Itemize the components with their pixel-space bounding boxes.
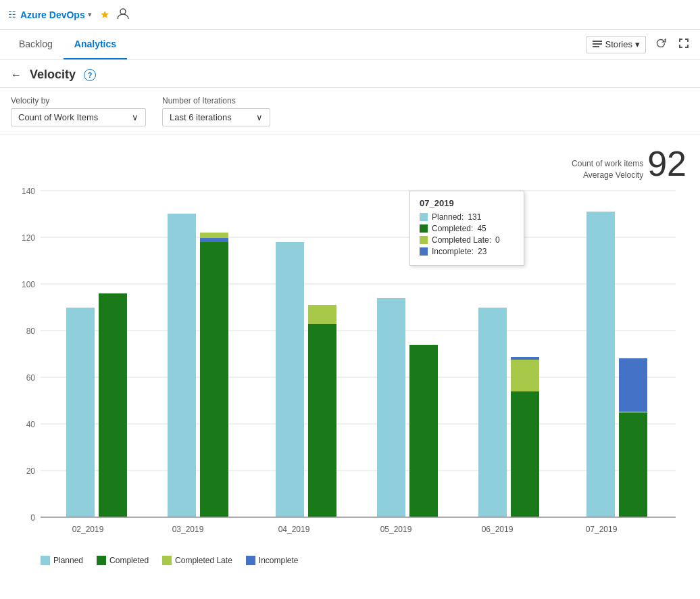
- svg-text:40: 40: [26, 420, 36, 429]
- svg-point-0: [120, 9, 126, 14]
- tooltip-incomplete-swatch: [420, 247, 428, 256]
- svg-text:100: 100: [22, 280, 35, 289]
- tab-list: Backlog Analytics: [8, 30, 127, 59]
- page-title: Velocity: [30, 68, 76, 82]
- bar-completed-late-06_2019[interactable]: [511, 359, 539, 391]
- fullscreen-icon: [678, 38, 689, 49]
- velocity-by-select[interactable]: Count of Work Items ∨: [11, 108, 146, 126]
- top-bar: ☷ Azure DevOps ▾ ★: [0, 0, 700, 30]
- svg-text:06_2019: 06_2019: [482, 525, 514, 534]
- bar-completed-03_2019[interactable]: [200, 239, 228, 517]
- tooltip-planned-val: 131: [468, 212, 481, 222]
- fullscreen-button[interactable]: [676, 35, 692, 54]
- velocity-by-label: Velocity by: [11, 96, 146, 105]
- bar-completed-04_2019[interactable]: [308, 324, 336, 517]
- legend-planned-swatch: [41, 556, 50, 565]
- tab-backlog[interactable]: Backlog: [8, 30, 64, 59]
- svg-text:140: 140: [22, 187, 35, 196]
- tooltip-incomplete-row: Incomplete: 23: [420, 247, 514, 256]
- bar-completed-05_2019[interactable]: [409, 345, 438, 517]
- tab-analytics[interactable]: Analytics: [64, 30, 127, 59]
- grid-icon: ☷: [8, 9, 16, 20]
- avg-velocity-value: 92: [647, 146, 686, 181]
- bar-group-03_2019[interactable]: 03_2019: [168, 214, 228, 534]
- filters-row: Velocity by Count of Work Items ∨ Number…: [0, 88, 700, 135]
- bar-completed-02_2019[interactable]: [99, 293, 127, 517]
- svg-text:02_2019: 02_2019: [72, 525, 104, 534]
- iterations-label: Number of Iterations: [162, 96, 270, 105]
- chart-tooltip: 07_2019 Planned: 131 Completed: 45 Compl…: [409, 191, 524, 266]
- svg-text:120: 120: [22, 233, 35, 243]
- bar-planned-07_2019[interactable]: [586, 212, 615, 517]
- refresh-button[interactable]: [653, 35, 669, 54]
- stories-icon: [592, 39, 603, 50]
- bar-planned-02_2019[interactable]: [66, 308, 95, 517]
- bar-planned-06_2019[interactable]: [478, 308, 507, 517]
- bar-incomplete-07_2019[interactable]: [619, 358, 647, 412]
- bar-group-07_2019[interactable]: 07_2019: [586, 212, 647, 534]
- stories-button[interactable]: Stories ▾: [586, 36, 646, 53]
- tabs-right: Stories ▾: [586, 35, 692, 54]
- tooltip-completed-row: Completed: 45: [420, 224, 514, 233]
- bar-completed-06_2019[interactable]: [511, 391, 539, 517]
- tooltip-completed-late-label: Completed Late:: [432, 235, 491, 245]
- bar-completed-late-04_2019[interactable]: [308, 305, 336, 324]
- legend-completed-late-label: Completed Late: [175, 556, 232, 565]
- legend-incomplete-label: Incomplete: [259, 556, 299, 565]
- legend-completed-late: Completed Late: [162, 556, 232, 565]
- bar-completed-late-03_2019[interactable]: [200, 233, 228, 238]
- svg-rect-1: [593, 41, 602, 42]
- bar-incomplete-03_2019[interactable]: [200, 237, 228, 242]
- iterations-select[interactable]: Last 6 iterations ∨: [162, 108, 270, 126]
- velocity-header: ← Velocity ?: [0, 59, 700, 88]
- iterations-filter: Number of Iterations Last 6 iterations ∨: [162, 96, 270, 126]
- bar-group-02_2019[interactable]: 02_2019: [66, 293, 127, 534]
- bar-group-05_2019[interactable]: 05_2019: [377, 298, 438, 534]
- bar-incomplete-06_2019[interactable]: [511, 357, 539, 360]
- legend-incomplete: Incomplete: [246, 556, 299, 565]
- chart-meta: Count of work itemsAverage Velocity 92: [14, 146, 686, 181]
- tooltip-planned-swatch: [420, 213, 428, 221]
- chart-area: Count of work itemsAverage Velocity 92 0…: [0, 135, 700, 549]
- app-name: Azure DevOps: [20, 9, 85, 20]
- svg-text:07_2019: 07_2019: [586, 525, 618, 534]
- tooltip-completed-label: Completed:: [432, 224, 473, 233]
- svg-text:04_2019: 04_2019: [278, 525, 310, 534]
- refresh-icon: [655, 38, 666, 49]
- bar-planned-03_2019[interactable]: [168, 214, 196, 517]
- avg-velocity-label: Count of work itemsAverage Velocity: [572, 158, 643, 181]
- legend-planned: Planned: [41, 556, 83, 565]
- svg-rect-2: [593, 43, 602, 45]
- bar-group-04_2019[interactable]: 04_2019: [276, 242, 336, 534]
- favorites-icon[interactable]: ★: [100, 8, 109, 21]
- person-icon[interactable]: [116, 7, 130, 23]
- legend-completed-swatch: [97, 556, 106, 565]
- help-icon[interactable]: ?: [84, 69, 96, 81]
- legend-incomplete-swatch: [246, 556, 255, 565]
- back-button[interactable]: ←: [11, 69, 22, 81]
- tooltip-planned-label: Planned:: [432, 212, 464, 222]
- tooltip-completed-val: 45: [477, 224, 486, 233]
- velocity-by-filter: Velocity by Count of Work Items ∨: [11, 96, 146, 126]
- stories-label: Stories: [605, 39, 632, 49]
- bar-completed-07_2019[interactable]: [619, 412, 647, 517]
- tooltip-completed-late-row: Completed Late: 0: [420, 235, 514, 245]
- app-chevron[interactable]: ▾: [88, 10, 92, 19]
- svg-text:60: 60: [26, 373, 36, 383]
- svg-text:80: 80: [26, 327, 36, 336]
- bar-group-06_2019[interactable]: 06_2019: [478, 308, 539, 534]
- velocity-chart: 0 20 40 60 80 100 120: [14, 184, 686, 549]
- legend-completed-late-swatch: [162, 556, 172, 565]
- velocity-by-value: Count of Work Items: [18, 112, 98, 122]
- tooltip-sprint: 07_2019: [420, 198, 514, 208]
- legend-completed: Completed: [97, 556, 149, 565]
- bar-planned-04_2019[interactable]: [276, 242, 304, 517]
- tooltip-incomplete-val: 23: [478, 247, 486, 256]
- chart-svg-container: 0 20 40 60 80 100 120: [14, 184, 686, 549]
- svg-text:20: 20: [26, 466, 36, 476]
- tooltip-completed-swatch: [420, 224, 428, 233]
- svg-rect-3: [593, 46, 599, 47]
- bar-planned-05_2019[interactable]: [377, 298, 405, 517]
- nav-tabs: Backlog Analytics Stories ▾: [0, 30, 700, 59]
- velocity-by-chevron: ∨: [132, 112, 139, 122]
